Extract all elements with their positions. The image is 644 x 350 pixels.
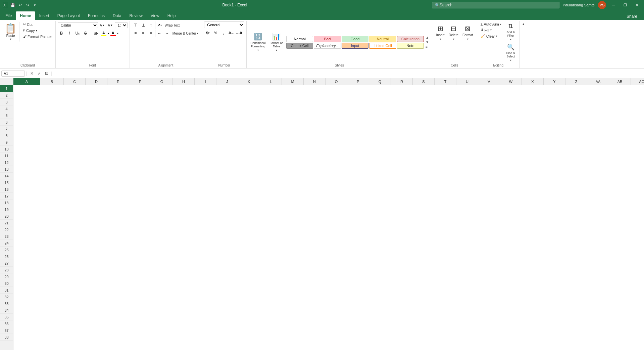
col-header-N[interactable]: N xyxy=(304,78,326,85)
font-color-dropdown[interactable]: ▾ xyxy=(117,32,118,35)
decrease-font-button[interactable]: A▼ xyxy=(107,21,114,29)
cancel-formula-button[interactable]: ✕ xyxy=(29,71,35,77)
row-num-38[interactable]: 38 xyxy=(0,334,13,341)
col-header-H[interactable]: H xyxy=(173,78,195,85)
tab-page-layout[interactable]: Page Layout xyxy=(53,11,84,20)
copy-button[interactable]: ⎘ Copy ▾ xyxy=(21,28,53,33)
decrease-decimal-button[interactable]: ←.0 xyxy=(235,29,242,37)
col-header-V[interactable]: V xyxy=(478,78,500,85)
fill-color-dropdown[interactable]: ▾ xyxy=(108,32,109,35)
autosum-dropdown-icon[interactable]: ▾ xyxy=(500,23,501,26)
row-num-7[interactable]: 7 xyxy=(0,126,13,132)
col-header-Y[interactable]: Y xyxy=(544,78,565,85)
col-header-AB[interactable]: AB xyxy=(609,78,631,85)
col-header-L[interactable]: L xyxy=(260,78,282,85)
tab-view[interactable]: View xyxy=(147,11,163,20)
autosum-button[interactable]: Σ AutoSum ▾ xyxy=(479,21,503,27)
insert-cells-button[interactable]: ⊞ Insert ▾ xyxy=(434,24,446,42)
row-num-17[interactable]: 17 xyxy=(0,193,13,200)
collapse-ribbon-button[interactable]: ▲ xyxy=(521,21,527,27)
comma-button[interactable]: , xyxy=(219,29,227,37)
percent-button[interactable]: % xyxy=(212,29,219,37)
calculation-style-button[interactable]: Calculation xyxy=(397,36,424,42)
share-button[interactable]: Share xyxy=(623,13,641,20)
paste-dropdown-icon[interactable]: ▾ xyxy=(10,38,11,41)
linked-cell-style-button[interactable]: Linked Cell xyxy=(369,43,396,49)
col-header-T[interactable]: T xyxy=(435,78,456,85)
row-num-8[interactable]: 8 xyxy=(0,132,13,139)
row-num-21[interactable]: 21 xyxy=(0,220,13,226)
paste-button[interactable]: 📋 Paste ▾ xyxy=(2,21,19,42)
row-num-36[interactable]: 36 xyxy=(0,320,13,327)
col-header-B[interactable]: B xyxy=(40,78,64,85)
tab-review[interactable]: Review xyxy=(125,11,146,20)
col-header-E[interactable]: E xyxy=(107,78,129,85)
row-num-35[interactable]: 35 xyxy=(0,314,13,320)
number-format-select[interactable]: General xyxy=(204,21,244,28)
col-header-I[interactable]: I xyxy=(195,78,216,85)
col-header-O[interactable]: O xyxy=(326,78,347,85)
search-input[interactable] xyxy=(440,3,556,7)
cut-button[interactable]: ✂ Cut xyxy=(21,21,53,27)
row-num-5[interactable]: 5 xyxy=(0,112,13,119)
insert-function-button[interactable]: fx xyxy=(44,71,49,77)
neutral-style-button[interactable]: Neutral xyxy=(369,36,396,42)
align-center-button[interactable]: ≡ xyxy=(140,30,147,37)
tab-file[interactable]: File xyxy=(1,11,16,20)
row-num-30[interactable]: 30 xyxy=(0,280,13,287)
col-header-W[interactable]: W xyxy=(500,78,522,85)
row-num-25[interactable]: 25 xyxy=(0,247,13,253)
col-header-J[interactable]: J xyxy=(216,78,238,85)
row-num-33[interactable]: 33 xyxy=(0,300,13,307)
delete-cells-button[interactable]: ⊟ Delete ▾ xyxy=(447,24,460,42)
format-dropdown-icon[interactable]: ▾ xyxy=(467,38,468,41)
restore-button[interactable]: ❐ xyxy=(621,2,630,9)
clear-button[interactable]: 🧹 Clear ▾ xyxy=(479,33,503,39)
formula-input[interactable] xyxy=(53,71,643,77)
col-header-M[interactable]: M xyxy=(282,78,304,85)
row-num-12[interactable]: 12 xyxy=(0,159,13,166)
clear-dropdown-icon[interactable]: ▾ xyxy=(496,35,497,38)
tab-data[interactable]: Data xyxy=(109,11,125,20)
row-num-2[interactable]: 2 xyxy=(0,92,13,99)
styles-expand-button[interactable]: ≡ xyxy=(425,45,430,49)
align-right-button[interactable]: ≡ xyxy=(147,30,155,37)
minimize-button[interactable]: ─ xyxy=(609,2,617,8)
row-num-26[interactable]: 26 xyxy=(0,253,13,260)
row-num-6[interactable]: 6 xyxy=(0,119,13,126)
styles-scroll-up-button[interactable]: ▲ xyxy=(425,35,430,40)
bottom-align-button[interactable]: ↕ xyxy=(147,21,155,29)
row-num-14[interactable]: 14 xyxy=(0,173,13,179)
top-align-button[interactable]: ⊤ xyxy=(132,21,139,29)
fill-button[interactable]: ⬇ Fill ▾ xyxy=(479,27,503,33)
explanatory-style-button[interactable]: Explanatory... xyxy=(314,43,341,49)
bad-style-button[interactable]: Bad xyxy=(314,36,341,42)
fill-color-button[interactable]: A xyxy=(100,31,107,36)
row-num-37[interactable]: 37 xyxy=(0,327,13,334)
check-cell-style-button[interactable]: Check Cell xyxy=(286,43,313,49)
cell-reference-input[interactable] xyxy=(1,71,25,77)
strikethrough-button[interactable]: S xyxy=(82,30,89,37)
row-num-28[interactable]: 28 xyxy=(0,267,13,273)
row-num-19[interactable]: 19 xyxy=(0,206,13,213)
increase-indent-button[interactable]: → xyxy=(163,30,171,37)
col-header-AA[interactable]: AA xyxy=(587,78,609,85)
styles-scroll-down-button[interactable]: ▼ xyxy=(425,40,430,44)
col-header-Q[interactable]: Q xyxy=(369,78,391,85)
decrease-indent-button[interactable]: ← xyxy=(156,30,163,37)
fill-dropdown-icon[interactable]: ▾ xyxy=(490,29,492,32)
conditional-formatting-button[interactable]: 🔢 Conditional Formatting ▾ xyxy=(249,32,267,53)
align-left-button[interactable]: ≡ xyxy=(132,30,139,37)
good-style-button[interactable]: Good xyxy=(342,36,368,42)
row-num-27[interactable]: 27 xyxy=(0,260,13,267)
col-header-P[interactable]: P xyxy=(347,78,369,85)
tab-formulas[interactable]: Formulas xyxy=(84,11,109,20)
font-color-button[interactable]: A xyxy=(110,31,116,36)
col-header-S[interactable]: S xyxy=(413,78,435,85)
row-num-13[interactable]: 13 xyxy=(0,166,13,173)
orientation-button[interactable]: ↗▾ xyxy=(156,21,163,29)
currency-button[interactable]: $▾ xyxy=(204,29,211,37)
col-header-R[interactable]: R xyxy=(391,78,413,85)
format-cells-button[interactable]: ⊠ Format ▾ xyxy=(461,24,475,42)
row-num-1[interactable]: 1 xyxy=(0,85,13,92)
